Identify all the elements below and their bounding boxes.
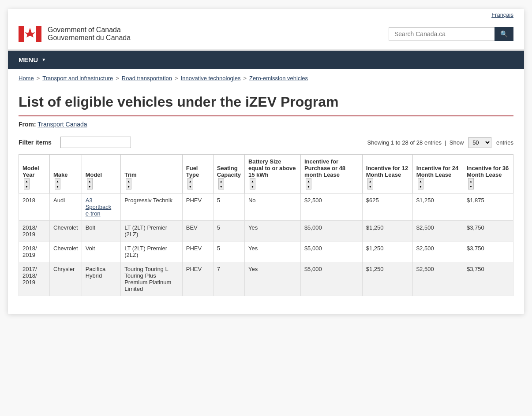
cell-make: Audi	[50, 193, 82, 221]
header-content: Government of Canada Gouvernement du Can…	[8, 21, 524, 50]
sort-fuel-type[interactable]: ▲ ▼	[187, 178, 193, 189]
filter-input[interactable]	[60, 137, 131, 148]
sort-desc-incentive-36[interactable]: ▼	[468, 184, 474, 189]
breadcrumb-home[interactable]: Home	[19, 75, 34, 82]
cell-incentive-24: $2,500	[412, 221, 463, 241]
cell-model-year: 2018/2019	[19, 221, 50, 241]
sort-incentive-36[interactable]: ▲ ▼	[468, 178, 474, 189]
cell-model[interactable]: A3 Sportback e-tron	[82, 193, 121, 221]
cell-seating-capacity: 7	[213, 262, 244, 296]
cell-incentive-24: $2,500	[412, 262, 463, 296]
sort-asc-model[interactable]: ▲	[87, 178, 93, 184]
cell-make: Chevrolet	[50, 241, 82, 262]
filter-label: Filter items	[19, 139, 52, 146]
sort-make[interactable]: ▲ ▼	[55, 178, 60, 189]
cell-incentive-36: $1,875	[463, 193, 513, 221]
cell-seating-capacity: 5	[213, 193, 244, 221]
cell-trim: Touring Touring L Touring Plus Premium P…	[121, 262, 183, 296]
sort-desc-incentive-12[interactable]: ▼	[367, 184, 373, 189]
sort-asc-battery-size[interactable]: ▲	[250, 178, 255, 184]
sort-asc-incentive-36[interactable]: ▲	[468, 178, 474, 184]
filter-bar: Filter items Showing 1 to 28 of 28 entri…	[19, 137, 513, 148]
sort-desc-battery-size[interactable]: ▼	[250, 184, 255, 189]
gov-fr-line2: du Canada	[96, 34, 131, 42]
search-area: 🔍	[389, 27, 513, 41]
cell-seating-capacity: 5	[213, 241, 244, 262]
french-link[interactable]: Français	[491, 11, 513, 18]
sort-desc-fuel-type[interactable]: ▼	[187, 184, 193, 189]
cell-model: Bolt	[82, 221, 121, 241]
cell-make: Chrysler	[50, 262, 82, 296]
menu-label: MENU	[19, 56, 38, 63]
page-title: List of eligible vehicles under the iZEV…	[19, 94, 513, 116]
show-select[interactable]: 50 25 100	[468, 137, 491, 148]
chevron-down-icon: ▼	[41, 57, 46, 62]
main-content: List of eligible vehicles under the iZEV…	[8, 85, 524, 314]
sort-incentive-24[interactable]: ▲ ▼	[418, 178, 423, 189]
col-model-year: ModelYear ▲ ▼	[19, 155, 50, 193]
cell-incentive-12: $625	[362, 193, 412, 221]
sort-asc-fuel-type[interactable]: ▲	[187, 178, 193, 184]
cell-battery-size: Yes	[244, 221, 300, 241]
col-incentive-purchase: Incentive for Purchase or 48 month Lease…	[300, 155, 362, 193]
sort-battery-size[interactable]: ▲ ▼	[250, 178, 255, 189]
government-name: Government of Canada Gouvernement du Can…	[48, 26, 131, 42]
cell-incentive-purchase: $5,000	[300, 221, 362, 241]
nav-bar: MENU ▼	[8, 51, 524, 69]
cell-incentive-36: $3,750	[463, 241, 513, 262]
col-incentive-12: Incentive for 12 Month Lease ▲ ▼	[362, 155, 412, 193]
sort-desc-incentive-purchase[interactable]: ▼	[306, 184, 311, 189]
cell-fuel-type: PHEV	[182, 262, 213, 296]
cell-model-year: 2017/2018/2019	[19, 262, 50, 296]
sort-incentive-12[interactable]: ▲ ▼	[367, 178, 373, 189]
breadcrumb-sep-2: >	[116, 75, 119, 82]
breadcrumb: Home > Transport and infrastructure > Ro…	[19, 75, 513, 82]
cell-seating-capacity: 5	[213, 221, 244, 241]
sort-asc-trim[interactable]: ▲	[126, 178, 131, 184]
sort-model-year[interactable]: ▲ ▼	[24, 178, 30, 189]
breadcrumb-zero-emission[interactable]: Zero-emission vehicles	[249, 75, 308, 82]
sort-desc-make[interactable]: ▼	[55, 184, 60, 189]
sort-desc-incentive-24[interactable]: ▼	[418, 184, 423, 189]
gov-en-line1: Government	[48, 26, 86, 34]
logo-area: Government of Canada Gouvernement du Can…	[19, 26, 131, 42]
sort-model[interactable]: ▲ ▼	[87, 178, 93, 189]
sort-asc-seating-capacity[interactable]: ▲	[218, 178, 224, 184]
breadcrumb-sep-4: >	[243, 75, 247, 82]
sort-asc-make[interactable]: ▲	[55, 178, 60, 184]
search-input[interactable]	[389, 27, 495, 41]
breadcrumb-sep-1: >	[37, 75, 40, 82]
sort-incentive-purchase[interactable]: ▲ ▼	[306, 178, 311, 189]
col-make: Make ▲ ▼	[50, 155, 82, 193]
search-icon: 🔍	[500, 30, 508, 37]
sort-asc-incentive-purchase[interactable]: ▲	[306, 178, 311, 184]
sort-desc-model-year[interactable]: ▼	[24, 184, 30, 189]
sort-desc-seating-capacity[interactable]: ▼	[218, 184, 224, 189]
showing-text: Showing 1 to 28 of 28 entries	[367, 139, 442, 146]
breadcrumb-transport[interactable]: Transport and infrastructure	[42, 75, 113, 82]
lang-bar: Français	[8, 9, 524, 21]
top-bar: Français Government of Canada	[8, 9, 524, 51]
sort-asc-incentive-24[interactable]: ▲	[418, 178, 423, 184]
cell-battery-size: No	[244, 193, 300, 221]
col-trim: Trim ▲ ▼	[121, 155, 183, 193]
sort-desc-model[interactable]: ▼	[87, 184, 93, 189]
sort-desc-trim[interactable]: ▼	[126, 184, 131, 189]
col-fuel-type: FuelType ▲ ▼	[182, 155, 213, 193]
svg-rect-1	[36, 26, 41, 42]
breadcrumb-innovative[interactable]: Innovative technologies	[181, 75, 241, 82]
transport-canada-link[interactable]: Transport Canada	[37, 121, 87, 128]
show-label: Show	[450, 139, 464, 146]
sort-trim[interactable]: ▲ ▼	[126, 178, 131, 189]
search-button[interactable]: 🔍	[495, 27, 513, 41]
sort-asc-incentive-12[interactable]: ▲	[367, 178, 373, 184]
cell-trim: LT (2LT) Premier (2LZ)	[121, 241, 183, 262]
cell-fuel-type: PHEV	[182, 241, 213, 262]
menu-button[interactable]: MENU ▼	[19, 51, 53, 69]
gov-fr-line1: Gouvernement	[48, 34, 94, 42]
cell-model-link[interactable]: A3 Sportback e-tron	[86, 197, 112, 217]
breadcrumb-road[interactable]: Road transportation	[122, 75, 172, 82]
sort-seating-capacity[interactable]: ▲ ▼	[218, 178, 224, 189]
col-model: Model ▲ ▼	[82, 155, 121, 193]
sort-asc-model-year[interactable]: ▲	[24, 178, 30, 184]
